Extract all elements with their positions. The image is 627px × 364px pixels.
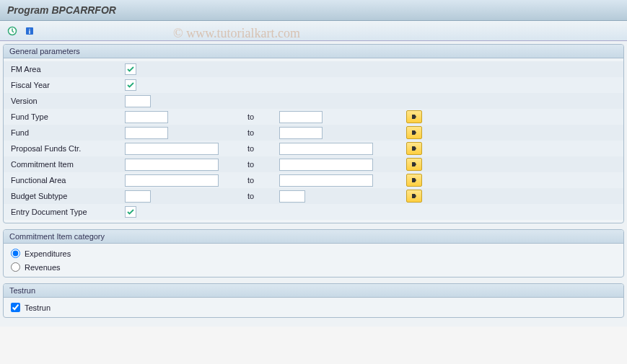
version-input[interactable]	[125, 95, 151, 107]
commitment-item-to-input[interactable]	[279, 159, 373, 171]
to-label: to	[242, 160, 279, 169]
arrow-right-icon	[411, 177, 418, 184]
label-commitment-item: Commitment Item	[4, 160, 119, 169]
content-area: General parameters FM Area Fiscal Year V…	[0, 41, 627, 327]
check-icon	[127, 81, 134, 89]
budget-subtype-from-input[interactable]	[125, 190, 151, 203]
label-fund-type: Fund Type	[4, 112, 119, 121]
clock-execute-icon	[7, 26, 17, 36]
label-proposal-funds-ctr: Proposal Funds Ctr.	[4, 144, 119, 153]
proposal-funds-ctr-multi-button[interactable]	[406, 142, 422, 155]
proposal-funds-ctr-to-input[interactable]	[279, 143, 373, 155]
check-icon	[127, 66, 134, 73]
checkbox-label-testrun: Testrun	[25, 303, 51, 312]
to-label: to	[242, 128, 279, 137]
label-fund: Fund	[4, 128, 119, 137]
group-header-testrun: Testrun	[4, 284, 623, 298]
budget-subtype-to-input[interactable]	[279, 190, 305, 203]
arrow-right-icon	[411, 192, 418, 200]
arrow-right-icon	[411, 161, 418, 168]
info-icon: i	[25, 26, 35, 36]
functional-area-to-input[interactable]	[279, 174, 373, 187]
label-fm-area: FM Area	[4, 65, 119, 74]
toolbar: i	[0, 21, 627, 41]
arrow-right-icon	[411, 145, 418, 152]
label-version: Version	[4, 97, 119, 105]
check-icon	[127, 208, 134, 216]
to-label: to	[242, 176, 279, 185]
fund-type-to-input[interactable]	[279, 111, 323, 123]
fund-multi-button[interactable]	[406, 126, 422, 139]
to-label: to	[242, 112, 279, 121]
fiscal-year-required-indicator[interactable]	[125, 79, 136, 91]
label-budget-subtype: Budget Subtype	[4, 192, 119, 200]
proposal-funds-ctr-from-input[interactable]	[125, 143, 219, 155]
label-functional-area: Functional Area	[4, 176, 119, 185]
to-label: to	[242, 144, 279, 153]
arrow-right-icon	[411, 113, 418, 120]
to-label: to	[242, 192, 279, 200]
arrow-right-icon	[411, 129, 418, 136]
execute-button[interactable]	[6, 25, 19, 37]
commitment-item-multi-button[interactable]	[406, 158, 422, 171]
group-commitment-item-category: Commitment Item category Expenditures Re…	[3, 229, 624, 278]
entry-doc-type-required-indicator[interactable]	[125, 206, 136, 218]
fund-type-multi-button[interactable]	[406, 110, 422, 123]
label-entry-doc-type: Entry Document Type	[4, 208, 119, 216]
radio-expenditures[interactable]	[11, 249, 20, 258]
radio-label-expenditures: Expenditures	[25, 249, 71, 258]
radio-revenues[interactable]	[11, 262, 20, 272]
radio-label-revenues: Revenues	[25, 263, 61, 272]
checkbox-testrun[interactable]	[11, 303, 20, 312]
page-title: Program BPCARRFOR	[0, 0, 627, 21]
fund-to-input[interactable]	[279, 127, 323, 139]
fund-type-from-input[interactable]	[125, 111, 168, 123]
budget-subtype-multi-button[interactable]	[406, 190, 422, 203]
group-general-parameters: General parameters FM Area Fiscal Year V…	[3, 44, 624, 223]
label-fiscal-year: Fiscal Year	[4, 81, 119, 89]
group-header-citem-cat: Commitment Item category	[4, 230, 623, 244]
fund-from-input[interactable]	[125, 127, 168, 139]
group-testrun: Testrun Testrun	[3, 283, 624, 318]
group-header-general: General parameters	[4, 45, 623, 58]
fm-area-required-indicator[interactable]	[125, 63, 136, 75]
functional-area-from-input[interactable]	[125, 174, 219, 187]
commitment-item-from-input[interactable]	[125, 159, 219, 171]
svg-text:i: i	[29, 27, 31, 35]
info-button[interactable]: i	[23, 25, 36, 37]
functional-area-multi-button[interactable]	[406, 174, 422, 187]
